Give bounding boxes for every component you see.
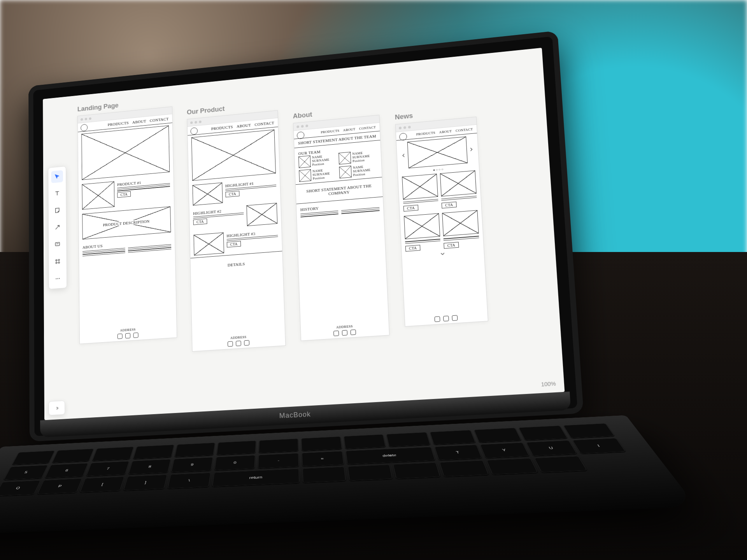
nav-products: PRODUCTS (416, 131, 436, 136)
left-toolbar (48, 166, 67, 289)
nav-about: ABOUT (132, 119, 146, 124)
avatar-placeholder (298, 156, 311, 168)
product-description-placeholder: PRODUCT DESCRIPTION (82, 206, 171, 240)
cta-button: CTA (444, 242, 459, 249)
avatar-placeholder (338, 152, 351, 164)
artboard-frame[interactable]: PRODUCTS ABOUT CONTACT PRODUCT #1 (77, 107, 177, 344)
highlight-thumb (246, 203, 277, 226)
cta-button: CTA (227, 241, 241, 248)
details-label: DETAILS (228, 262, 245, 268)
cta-button: CTA (193, 219, 207, 225)
comment-icon (54, 241, 61, 248)
social-icons (409, 313, 484, 324)
arrow-icon (54, 224, 60, 231)
artboard-frame[interactable]: PRODUCTS ABOUT CONTACT ● ○ ○ ○ (395, 117, 488, 327)
cursor-icon (54, 173, 60, 180)
nav-contact: CONTACT (456, 127, 473, 133)
hero-image-placeholder (81, 125, 170, 180)
logo-icon (297, 131, 305, 139)
highlight-thumb (193, 233, 224, 256)
nav-contact: CONTACT (254, 121, 274, 127)
chevron-left-icon (401, 153, 406, 158)
nav-contact: CONTACT (359, 125, 376, 130)
note-icon (54, 207, 60, 214)
screen: ›› Landing Page PRODUCTS ABOUT CONTACT (43, 48, 565, 420)
laptop: MacBook (28, 30, 600, 547)
avatar-placeholder (299, 169, 311, 182)
nav-about: ABOUT (439, 129, 452, 134)
cta-button: CTA (117, 191, 131, 198)
nav-products: PRODUCTS (321, 129, 339, 134)
logo-icon (190, 127, 198, 135)
svg-point-1 (56, 278, 56, 279)
nav-products: PRODUCTS (108, 121, 129, 127)
nav-about: ABOUT (343, 127, 356, 132)
text-tool[interactable] (51, 187, 63, 200)
artboard-about[interactable]: About PRODUCTS ABOUT CONTACT SHORT STA (293, 104, 389, 341)
nav-about: ABOUT (237, 123, 251, 129)
chevron-right-icon (468, 147, 474, 152)
cta-button: CTA (403, 205, 419, 212)
chevron-down-icon (438, 251, 447, 257)
product-thumb-placeholder (82, 181, 114, 210)
frame-tool[interactable] (52, 255, 64, 268)
artboard-news[interactable]: News PRODUCTS ABOUT CONTACT (395, 106, 488, 326)
more-icon (54, 275, 61, 282)
expand-tray-button[interactable]: ›› (49, 401, 65, 415)
news-thumb (440, 170, 477, 196)
sticky-tool[interactable] (51, 204, 63, 217)
frame-icon (54, 258, 61, 265)
company-statement: SHORT STATEMENT ABOUT THE COMPANY (306, 184, 372, 196)
hero-image-placeholder (191, 130, 276, 181)
design-canvas[interactable]: Landing Page PRODUCTS ABOUT CONTACT (74, 60, 552, 407)
screen-bezel: MacBook (28, 31, 584, 442)
avatar-placeholder (339, 166, 352, 178)
arrow-tool[interactable] (51, 221, 63, 234)
highlight-thumb (193, 182, 223, 205)
cursor-tool[interactable] (51, 170, 63, 183)
news-thumb (402, 174, 438, 200)
nav-contact: CONTACT (150, 117, 169, 123)
cta-button: CTA (405, 245, 421, 251)
artboard-landing-page[interactable]: Landing Page PRODUCTS ABOUT CONTACT (77, 96, 177, 344)
nav-products: PRODUCTS (211, 124, 233, 131)
comment-tool[interactable] (51, 238, 63, 251)
more-tools[interactable] (52, 272, 64, 285)
cta-button: CTA (225, 191, 239, 198)
artboard-frame[interactable]: PRODUCTS ABOUT CONTACT HIGHLIGHT #1 (187, 110, 286, 352)
logo-icon (399, 133, 407, 141)
svg-point-3 (59, 278, 60, 279)
news-thumb (404, 214, 440, 240)
text-icon (54, 190, 60, 197)
artboard-our-product[interactable]: Our Product PRODUCTS ABOUT CONTACT (187, 100, 286, 352)
carousel-image-placeholder (407, 136, 468, 168)
news-thumb (442, 210, 479, 236)
product-description-label: PRODUCT DESCRIPTION (102, 219, 151, 228)
logo-icon (81, 124, 88, 132)
zoom-indicator[interactable]: 100% (541, 380, 556, 387)
artboard-frame[interactable]: PRODUCTS ABOUT CONTACT SHORT STATEMENT A… (293, 115, 389, 341)
cta-button: CTA (442, 202, 457, 209)
svg-point-2 (57, 278, 58, 279)
laptop-brand-label: MacBook (279, 410, 311, 420)
